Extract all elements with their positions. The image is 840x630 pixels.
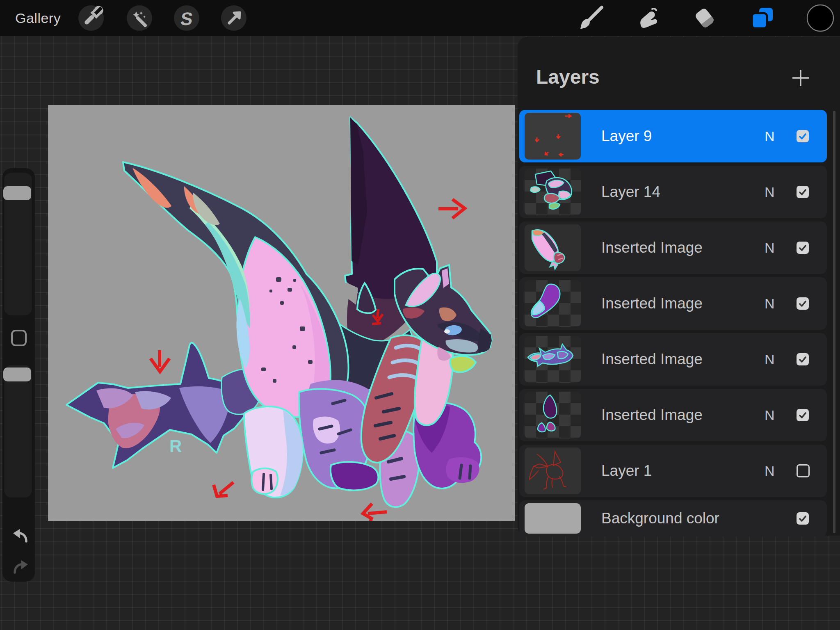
- svg-text:R: R: [169, 436, 182, 456]
- svg-text:S: S: [179, 9, 194, 29]
